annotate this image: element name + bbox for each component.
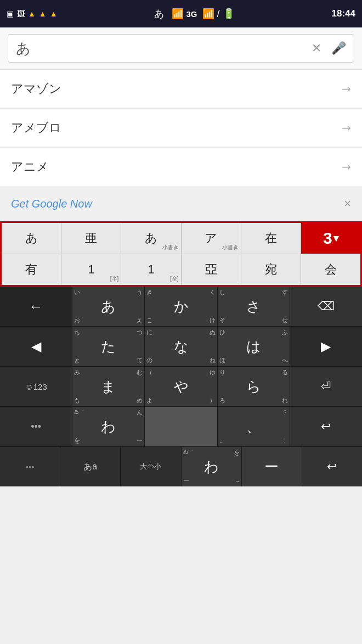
keyboard-row-3: ☺123 み む ま も め （ ゆ や よ ） り る ら ろ れ ⏎ [0,367,362,407]
search-input[interactable]: あ [16,39,312,58]
suggestions-list: アマゾン ↗ アメブロ ↗ アニメ ↗ [0,70,362,187]
wa-key[interactable]: ゐ゛ ん わ を ー [72,407,145,446]
status-center: あ 📶 3G 📶 / 🔋 [154,7,234,20]
sim-icon: ▣ [7,9,14,18]
search-box[interactable]: あ ✕ 🎤 [8,34,354,63]
signal-bars-icon: / [217,8,220,19]
battery-icon: 🔋 [223,8,235,19]
candidate-count-badge[interactable]: 3 ▾ [301,223,360,254]
candidate-row-2: 有 1 [半] 1 [全] 亞 宛 会 [2,254,360,285]
ha-key[interactable]: ひ ふ は ほ へ [218,327,290,366]
more-key[interactable]: ••• [0,407,72,446]
candidate-i[interactable]: 亜 [61,223,121,254]
punct-key[interactable]: ？ 、 。 ！ [218,407,290,446]
sa-key[interactable]: し す さ そ せ [218,287,290,326]
warning-icon-2: ▲ [50,9,58,18]
ellipsis-key[interactable]: ••• [0,447,60,486]
google-now-close[interactable]: × [344,197,351,211]
dash-key[interactable]: ー [242,447,302,486]
a-key[interactable]: い う あ お え [72,287,145,326]
candidate-zai[interactable]: 在 [241,223,301,254]
suggestion-item-1[interactable]: アマゾン ↗ [0,70,362,109]
mic-icon[interactable]: 🎤 [331,41,346,55]
clear-icon[interactable]: ✕ [312,41,321,55]
enter2-key[interactable]: ↩ [302,447,362,486]
ma-key[interactable]: み む ま も め [72,367,145,406]
search-area: あ ✕ 🎤 [0,27,362,70]
candidate-1-half[interactable]: 1 [半] [61,254,121,285]
status-left-icons: ▣ 🖼 ▲ ▲ ▲ [7,9,58,18]
candidate-kai[interactable]: 会 [301,254,360,285]
ya-key[interactable]: （ ゆ や よ ） [145,367,217,406]
google-now-text[interactable]: Get Google Now [11,198,92,210]
candidate-atsu[interactable]: 宛 [241,254,301,285]
status-bar: ▣ 🖼 ▲ ▲ ▲ あ 📶 3G 📶 / 🔋 18:44 [0,0,362,27]
na-key[interactable]: に ぬ な の ね [145,327,217,366]
candidate-1-full[interactable]: 1 [全] [121,254,181,285]
keyboard: ← い う あ お え き く か こ け し す さ そ せ ⌫ ◀ ち つ [0,287,362,486]
chevron-down-icon: ▾ [333,232,338,244]
ra-key[interactable]: り る ら ろ れ [218,367,290,406]
candidate-aa[interactable]: 亞 [182,254,241,285]
suggestion-item-3[interactable]: アニメ ↗ [0,148,362,187]
delete-key[interactable]: ⌫ [290,287,362,326]
network-label: 3G [186,9,197,19]
enter-key[interactable]: ↩ [290,407,362,446]
return-key[interactable]: ⏎ [290,367,362,406]
backspace-key[interactable]: ← [0,287,72,326]
left-arrow-key[interactable]: ◀ [0,327,72,366]
right-arrow-key[interactable]: ▶ [290,327,362,366]
signal-icon: ▲ [28,9,36,18]
image-icon: 🖼 [17,9,25,18]
wa2-key[interactable]: ぬ゛ を わ ー ~ [182,447,242,486]
candidate-yu[interactable]: 有 [2,254,61,285]
candidate-katakana-a[interactable]: ア 小書き [182,223,241,254]
ta-key[interactable]: ち つ た と て [72,327,145,366]
caps-key[interactable]: 大⇔小 [121,447,181,486]
candidate-a-small[interactable]: あ 小書き [121,223,181,254]
ka-key[interactable]: き く か こ け [145,287,217,326]
input-mode-key[interactable]: あa [60,447,121,486]
keyboard-row-5: ••• あa 大⇔小 ぬ゛ を わ ー ~ ー ↩ [0,447,362,486]
status-time: 18:44 [332,8,355,19]
space-key[interactable] [145,407,217,446]
wifi-icon: 📶 [172,8,184,19]
suggestion-arrow-1: ↗ [338,81,354,97]
candidate-bar: あ 亜 あ 小書き ア 小書き 在 3 ▾ 有 1 [半] 1 [ [0,221,362,287]
suggestion-item-2[interactable]: アメブロ ↗ [0,109,362,148]
candidate-a[interactable]: あ [2,223,61,254]
suggestion-arrow-3: ↗ [338,159,354,175]
cell-signal-icon: 📶 [202,8,214,19]
warning-icon-1: ▲ [39,9,47,18]
keyboard-row-1: ← い う あ お え き く か こ け し す さ そ せ ⌫ [0,287,362,327]
google-now-banner: Get Google Now × [0,187,362,221]
keyboard-row-4: ••• ゐ゛ ん わ を ー ？ 、 。 ！ ↩ [0,407,362,447]
candidate-row-1: あ 亜 あ 小書き ア 小書き 在 3 ▾ [2,223,360,254]
emoji-num-key[interactable]: ☺123 [0,367,72,406]
suggestion-arrow-2: ↗ [338,120,354,136]
keyboard-row-2: ◀ ち つ た と て に ぬ な の ね ひ ふ は ほ へ ▶ [0,327,362,367]
